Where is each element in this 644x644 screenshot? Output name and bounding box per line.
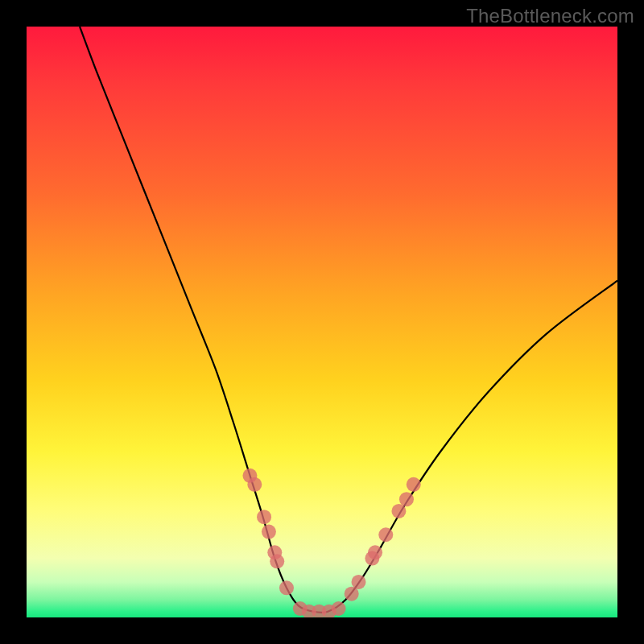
highlight-dot [247,477,262,492]
highlight-dot [279,580,294,595]
plot-area [27,27,617,617]
highlight-dot [257,510,271,524]
highlight-dot [262,525,276,539]
bottleneck-curve [80,27,617,613]
highlight-dot [368,545,382,559]
highlight-dot [332,601,346,616]
highlight-dot [270,554,284,568]
highlight-dot [352,575,366,589]
highlight-dot [378,527,393,542]
highlight-dot [399,492,414,506]
highlight-dot [407,477,421,492]
chart-frame: TheBottleneck.com [0,0,644,644]
chart-svg [27,27,617,617]
watermark-text: TheBottleneck.com [466,5,634,27]
